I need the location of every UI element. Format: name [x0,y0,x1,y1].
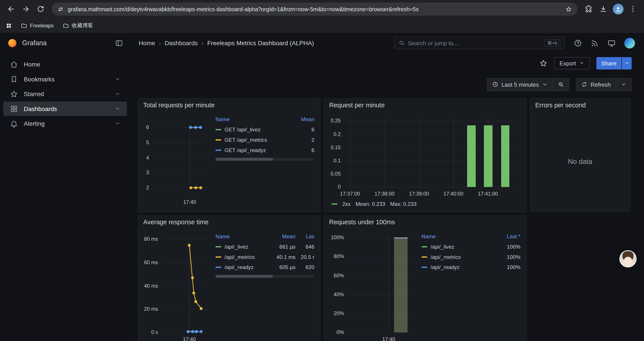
search-input[interactable] [408,40,541,46]
total-requests-chart: 6543217:40 [142,112,212,209]
sidebar-item-dashboards[interactable]: Dashboards [3,102,127,116]
favorite-star-button[interactable] [540,59,548,67]
sidebar-item-bookmarks[interactable]: Bookmarks [3,72,127,87]
time-controls: Last 5 minutes Refresh [130,73,644,96]
search-icon [398,40,405,46]
legend-table[interactable]: NameMeanGET /api/_livez6GET /api/_metric… [211,112,316,209]
apps-grid-icon[interactable] [6,22,12,29]
sidebar: Home Bookmarks Starred Dashboards Alerti… [0,53,130,341]
bookmark-folder-freeleaps[interactable]: Freeleaps [21,22,54,29]
panel-requests-per-minute: Request per minute 0.250.20.150.10.05017… [324,98,526,212]
avg-response-time-chart: 80 ms60 ms40 ms20 ms0 s17:40 [142,229,212,341]
refresh-button[interactable]: Refresh [576,78,616,91]
address-bar[interactable]: grafana.mathmast.com/d/deytv4rwavabkb/fr… [52,3,578,16]
browser-toolbar: grafana.mathmast.com/d/deytv4rwavabkb/fr… [0,0,644,18]
panel-title[interactable]: Errors per second [530,99,630,112]
profile-avatar[interactable] [611,2,625,16]
search-box[interactable]: ⌘+k [394,37,565,49]
requests-per-minute-chart: 0.250.20.150.10.05017:37:0017:38:0017:39… [328,112,522,198]
breadcrumb-home[interactable]: Home [139,40,155,47]
site-settings-icon[interactable] [58,6,64,12]
dashboard-grid: Total requests per minute 6543217:40 Nam… [130,96,644,341]
rss-icon[interactable] [591,39,599,47]
chevron-down-icon [624,60,629,66]
bookmark-folder-blogs[interactable]: 收藏博客 [63,22,93,29]
refresh-icon [581,81,587,88]
download-icon[interactable] [596,2,610,16]
breadcrumb-current: Freeleaps Metrics Dashboard (ALPHA) [207,40,314,47]
breadcrumb-separator: › [159,40,161,47]
sidebar-item-alerting[interactable]: Alerting [3,116,127,131]
zoom-out-icon [558,81,564,88]
panel-errors-per-second: Errors per second No data [530,98,630,212]
chevron-down-icon[interactable] [115,91,120,97]
chevron-down-icon[interactable] [115,106,120,111]
reload-button[interactable] [34,2,48,16]
panel-title[interactable]: Total requests per minute [138,99,320,112]
back-button[interactable] [4,2,18,16]
bookmarks-bar: Freeleaps 收藏博客 [0,18,644,33]
grafana-logo[interactable] [8,38,17,48]
home-icon [10,60,18,68]
panel-title[interactable]: Average response time [138,216,320,229]
help-icon[interactable] [574,39,582,47]
bookmark-star-icon[interactable] [566,6,572,12]
panel-title[interactable]: Request per minute [324,99,526,112]
legend-inline[interactable]: 2xxMean: 0.233Max: 0.233 [328,198,522,209]
search-shortcut-badge: ⌘+k [544,39,560,47]
sidebar-item-home[interactable]: Home [3,57,127,72]
dashboards-icon [10,105,18,113]
chevron-down-icon [579,60,584,66]
browser-menu-kebab-icon[interactable] [626,2,640,16]
monitor-icon[interactable] [608,39,616,47]
no-data-text: No data [530,112,630,212]
chevron-down-icon [621,82,626,87]
browser-chrome: grafana.mathmast.com/d/deytv4rwavabkb/fr… [0,0,644,33]
refresh-interval-dropdown[interactable] [616,78,632,91]
grafana-header: Grafana Home › Dashboards › Freeleaps Me… [0,33,644,54]
header-icons [565,38,644,48]
breadcrumb-separator: › [202,40,204,47]
sidebar-toggle-icon[interactable] [115,39,123,47]
legend-table[interactable]: NameLast */api/_livez100%/api/_metrics10… [417,229,522,341]
panel-title[interactable]: Requests under 100ms [324,216,526,229]
clock-icon [492,81,498,88]
folder-icon [21,22,27,29]
url-text[interactable]: grafana.mathmast.com/d/deytv4rwavabkb/fr… [68,6,562,12]
brand-name[interactable]: Grafana [22,39,47,47]
share-dropdown-button[interactable] [622,57,632,69]
chevron-down-icon [542,82,548,87]
legend-table[interactable]: NameMeanLas/api/_livez661 µs646/api/_met… [211,229,316,341]
forward-button[interactable] [19,2,33,16]
panel-total-requests: Total requests per minute 6543217:40 Nam… [138,98,320,212]
panel-requests-under-100ms: Requests under 100ms 100%80%60%40%20%0%1… [324,215,526,341]
bell-icon [10,119,18,128]
share-button[interactable]: Share [596,57,622,69]
breadcrumb-dashboards[interactable]: Dashboards [164,40,198,47]
requests-under-100ms-chart: 100%80%60%40%20%0%17:40 [328,229,417,341]
panel-avg-response-time: Average response time 80 ms60 ms40 ms20 … [138,215,320,341]
star-icon [10,90,18,98]
sidebar-item-starred[interactable]: Starred [3,87,127,101]
chevron-down-icon[interactable] [115,76,120,82]
dashboard-actions: Export Share [130,53,644,73]
time-range-button[interactable]: Last 5 minutes [487,78,553,91]
floating-assistant-avatar[interactable] [620,250,637,267]
bookmark-icon [10,75,18,83]
breadcrumb: Home › Dashboards › Freeleaps Metrics Da… [130,40,314,47]
extensions-icon[interactable] [582,2,596,16]
zoom-out-button[interactable] [552,78,569,91]
chevron-down-icon[interactable] [115,121,120,126]
folder-icon [63,22,69,29]
screen: grafana.mathmast.com/d/deytv4rwavabkb/fr… [0,0,644,341]
export-button[interactable]: Export [554,57,590,69]
user-avatar[interactable] [624,38,635,48]
brand-area: Grafana [0,38,130,48]
